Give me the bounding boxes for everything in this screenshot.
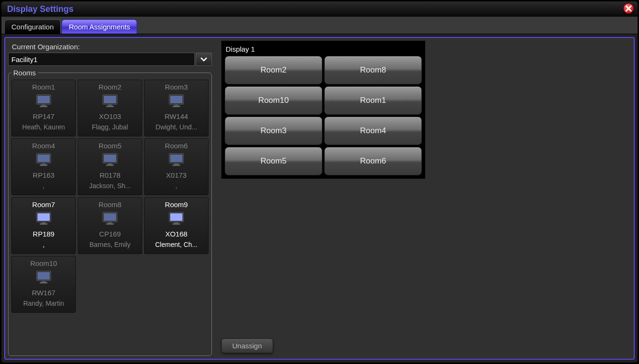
display-slot[interactable]: Room8 <box>324 56 422 84</box>
svg-rect-20 <box>106 164 114 166</box>
window: Display Settings Configuration Room Assi… <box>1 1 638 363</box>
monitor-icon <box>36 152 52 168</box>
tabbar: Configuration Room Assignments <box>1 17 638 34</box>
display-panel: Display 1 Room2Room8Room10Room1Room3Room… <box>221 41 425 179</box>
monitor-icon <box>36 269 52 285</box>
svg-rect-6 <box>104 96 116 103</box>
monitor-icon <box>36 93 52 109</box>
svg-rect-38 <box>37 272 50 280</box>
content-area: Current Organization: Rooms Room1 RP147H… <box>4 37 635 360</box>
rooms-fieldset: Rooms Room1 RP147Heath, KaurenRoom2 XO10… <box>8 69 212 356</box>
room-person: , <box>13 182 74 190</box>
svg-rect-32 <box>106 223 114 225</box>
room-card[interactable]: Room4 RP163, <box>11 138 76 195</box>
display-slot[interactable]: Room4 <box>324 117 422 145</box>
chevron-down-icon <box>200 56 208 62</box>
room-name: Room6 <box>146 142 207 150</box>
room-code: RP163 <box>13 171 74 179</box>
close-button[interactable] <box>621 2 636 15</box>
room-code: R0178 <box>79 171 141 179</box>
room-name: Room2 <box>79 83 141 91</box>
svg-rect-19 <box>108 164 112 164</box>
display-title: Display 1 <box>226 45 422 53</box>
svg-rect-15 <box>42 164 46 164</box>
monitor-icon <box>102 210 118 227</box>
svg-rect-22 <box>170 155 183 162</box>
svg-rect-31 <box>108 222 112 223</box>
display-slot[interactable]: Room2 <box>225 56 322 84</box>
org-dropdown-value[interactable] <box>8 53 195 66</box>
svg-rect-7 <box>108 105 112 106</box>
room-name: Room8 <box>79 200 141 209</box>
monitor-icon <box>102 152 118 168</box>
monitor-icon <box>168 152 184 168</box>
room-person: , <box>146 182 207 190</box>
svg-rect-27 <box>42 222 46 223</box>
room-card[interactable]: Room1 RP147Heath, Kauren <box>11 80 76 136</box>
monitor-icon <box>168 93 184 109</box>
titlebar: Display Settings <box>1 1 638 17</box>
room-person: Clement, Ch... <box>146 241 207 248</box>
display-slot[interactable]: Room1 <box>324 86 422 115</box>
rooms-legend: Rooms <box>11 69 38 77</box>
unassign-button[interactable]: Unassign <box>221 338 273 353</box>
room-code: XO103 <box>79 112 141 120</box>
room-name: Room3 <box>146 83 207 91</box>
svg-rect-23 <box>174 164 178 164</box>
svg-rect-28 <box>40 223 47 225</box>
monitor-icon <box>102 93 118 109</box>
room-person: Dwight, Und... <box>146 123 207 131</box>
monitor-icon <box>168 210 184 227</box>
room-card[interactable]: Room5 R0178Jackson, Sh... <box>78 138 142 195</box>
display-slot[interactable]: Room3 <box>225 117 322 145</box>
room-name: Room7 <box>13 200 74 209</box>
room-card[interactable]: Room3 RW144Dwight, Und... <box>144 80 209 136</box>
room-card[interactable]: Room8 CP169Barnes, Emily <box>78 197 142 254</box>
room-name: Room10 <box>13 259 74 267</box>
svg-rect-24 <box>173 164 180 166</box>
svg-rect-8 <box>106 106 114 107</box>
room-person: Flagg, Jubal <box>79 123 141 131</box>
room-person: Jackson, Sh... <box>79 182 141 190</box>
room-code: RP147 <box>13 112 74 120</box>
room-code: RW144 <box>146 112 207 120</box>
tab-room-assignments[interactable]: Room Assignments <box>62 19 137 34</box>
svg-rect-16 <box>40 164 47 166</box>
room-code: CP169 <box>79 230 141 238</box>
svg-rect-39 <box>42 281 46 282</box>
room-person: Barnes, Emily <box>79 241 141 248</box>
room-card[interactable]: Room9 XO168Clement, Ch... <box>144 197 209 254</box>
svg-rect-3 <box>42 105 46 106</box>
svg-rect-4 <box>40 106 47 107</box>
right-column: Display 1 Room2Room8Room10Room1Room3Room… <box>212 41 631 356</box>
room-code: RP189 <box>13 230 74 238</box>
room-card[interactable]: Room2 XO103Flagg, Jubal <box>78 80 142 136</box>
org-dropdown-toggle[interactable] <box>196 53 212 66</box>
svg-rect-11 <box>174 105 178 106</box>
room-name: Room5 <box>79 142 141 150</box>
window-title: Display Settings <box>7 4 73 14</box>
room-code: XO168 <box>146 230 207 238</box>
svg-rect-18 <box>104 155 116 162</box>
tab-configuration[interactable]: Configuration <box>4 19 61 34</box>
room-card[interactable]: Room6 X0173, <box>144 138 209 195</box>
rooms-grid: Room1 RP147Heath, KaurenRoom2 XO103Flagg… <box>11 80 209 313</box>
svg-rect-14 <box>37 155 50 162</box>
svg-rect-12 <box>173 106 180 107</box>
display-slot[interactable]: Room10 <box>225 86 322 115</box>
svg-rect-30 <box>104 213 116 221</box>
room-card[interactable]: Room10 RW167Randy, Martin <box>11 256 76 313</box>
room-person: Heath, Kauren <box>13 123 74 131</box>
room-card[interactable]: Room7 RP189, <box>11 197 76 254</box>
svg-rect-35 <box>174 222 178 223</box>
display-slot[interactable]: Room6 <box>324 147 422 175</box>
svg-rect-2 <box>37 96 50 103</box>
room-name: Room4 <box>13 142 74 150</box>
slot-grid: Room2Room8Room10Room1Room3Room4Room5Room… <box>225 56 422 175</box>
room-code: RW167 <box>13 289 74 297</box>
room-name: Room9 <box>146 200 207 209</box>
svg-rect-40 <box>40 282 47 283</box>
display-slot[interactable]: Room5 <box>225 147 322 175</box>
svg-rect-34 <box>170 213 183 221</box>
svg-rect-26 <box>37 213 50 221</box>
